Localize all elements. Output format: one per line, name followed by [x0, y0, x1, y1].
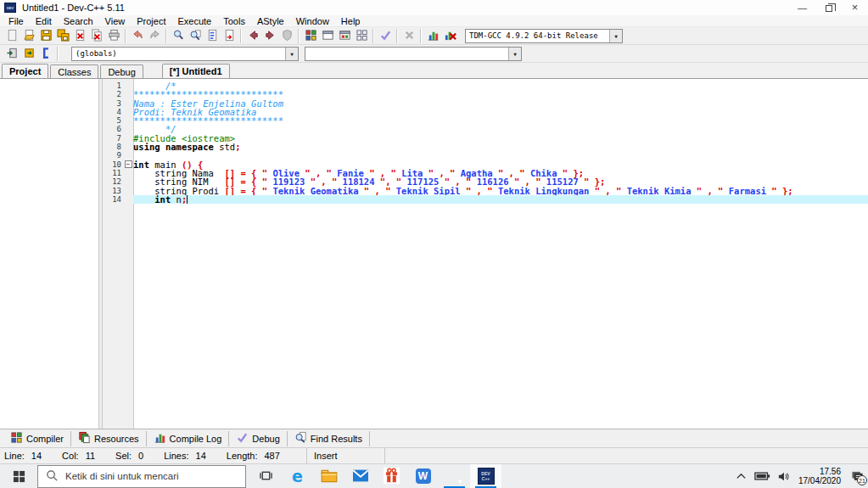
tray-chevron-up-icon[interactable] [731, 464, 751, 488]
compiler-combo-value: TDM-GCC 4.9.2 64-bit Release [469, 31, 598, 40]
speaker-icon[interactable] [774, 464, 793, 488]
taskbar-app-mail[interactable] [344, 464, 376, 488]
line-number: 9 [103, 151, 123, 160]
gift-icon [384, 468, 400, 485]
toolbar-separator [240, 29, 242, 43]
chevron-down-icon[interactable]: ▼ [285, 48, 298, 60]
undo-button[interactable] [129, 28, 146, 44]
compile-run-button[interactable] [336, 28, 353, 44]
redo-button[interactable] [146, 28, 163, 44]
globals-combo[interactable]: (globals)▼ [71, 47, 299, 61]
chevron-down-icon[interactable]: ▼ [508, 48, 521, 60]
taskbar-app-gift[interactable] [376, 464, 407, 488]
report-tab-resources[interactable]: Resources [71, 431, 147, 446]
resources-sheets-icon [78, 431, 91, 446]
members-combo[interactable]: ▼ [305, 47, 522, 61]
taskbar-app-edge[interactable]: e [282, 464, 313, 488]
print-button[interactable] [105, 28, 122, 44]
report-tab-label: Compile Log [170, 434, 222, 444]
report-tab-compiler[interactable]: Compiler [3, 431, 71, 446]
menu-item-help[interactable]: Help [335, 16, 367, 26]
find-button[interactable] [170, 28, 187, 44]
restore-button[interactable] [815, 0, 842, 15]
profile-icon [427, 29, 440, 43]
menu-item-astyle[interactable]: AStyle [251, 16, 290, 26]
close-file-button[interactable] [71, 28, 88, 44]
taskbar-app-dev-cpp[interactable]: DEVC++ [470, 464, 501, 488]
close-button[interactable]: × [842, 0, 868, 15]
app-icon: DEV [4, 3, 16, 13]
panel-tab-project[interactable]: Project [2, 64, 48, 78]
abort-button[interactable] [400, 28, 417, 44]
redo-icon [148, 29, 161, 43]
rebuild-all-button[interactable] [353, 28, 370, 44]
report-tab-find-results[interactable]: Find Results [288, 431, 370, 446]
status-label: Col: [62, 451, 79, 461]
compiler-combo[interactable]: TDM-GCC 4.9.2 64-bit Release▼ [465, 29, 623, 43]
mail-icon [352, 468, 369, 485]
status-bar: Line:14Col:11Sel:0Lines:14Length:487 Ins… [0, 447, 868, 463]
syntax-check-button[interactable] [377, 28, 394, 44]
close-all-button[interactable] [88, 28, 105, 44]
replace-button[interactable] [204, 28, 221, 44]
new-file-button[interactable] [3, 28, 20, 44]
find-doc-icon [294, 431, 307, 446]
report-tab-debug[interactable]: Debug [229, 431, 287, 446]
taskbar-clock[interactable]: 17.56 17/04/2020 [793, 467, 846, 485]
menu-item-search[interactable]: Search [58, 16, 99, 26]
taskbar-app-chrome[interactable] [439, 464, 470, 488]
menu-item-tools[interactable]: Tools [217, 16, 251, 26]
tab-strip: ProjectClassesDebug[*] Untitled1 [0, 63, 868, 78]
chevron-down-icon[interactable]: ▼ [609, 30, 622, 42]
report-tab-compile-log[interactable]: Compile Log [147, 431, 230, 446]
notification-icon[interactable]: 21 [846, 464, 868, 488]
taskbar-search[interactable]: Ketik di sini untuk mencari [37, 465, 246, 488]
menu-item-window[interactable]: Window [290, 16, 335, 26]
taskbar-app-wps-office[interactable]: W [407, 464, 439, 488]
start-button[interactable] [0, 464, 37, 488]
goto-line-icon [223, 29, 236, 43]
toolbar-separator [298, 29, 300, 43]
shield-button[interactable] [278, 28, 295, 44]
fold-marker-icon[interactable]: − [125, 160, 132, 168]
save-button[interactable] [37, 28, 54, 44]
menu-item-edit[interactable]: Edit [30, 16, 58, 26]
profile-button[interactable] [424, 28, 441, 44]
insert-icon [6, 47, 19, 61]
goto-line-button[interactable] [221, 28, 238, 44]
open-file-button[interactable] [20, 28, 37, 44]
battery-icon[interactable] [751, 464, 774, 488]
save-all-button[interactable] [54, 28, 71, 44]
goto-bookmarks-icon [40, 47, 53, 61]
menu-item-execute[interactable]: Execute [171, 16, 217, 26]
menu-item-view[interactable]: View [99, 16, 132, 26]
taskbar-app-task-view[interactable] [250, 464, 282, 488]
find-in-files-button[interactable] [187, 28, 204, 44]
status-insert-mode: Insert [307, 448, 385, 463]
minimize-button[interactable]: — [789, 0, 815, 15]
panel-tab-classes[interactable]: Classes [50, 65, 98, 78]
goto-bookmarks-button[interactable] [37, 46, 54, 62]
main-area: 1 /*2****************************3Nama :… [0, 78, 868, 429]
compile-button[interactable] [302, 28, 319, 44]
report-tab-label: Compiler [26, 434, 64, 444]
editor-tab-untitled1[interactable]: [*] Untitled1 [162, 64, 230, 78]
line-number: 3 [103, 99, 123, 108]
edge-icon: e [292, 468, 303, 484]
line-number: 6 [103, 125, 123, 133]
panel-tab-debug[interactable]: Debug [100, 65, 143, 78]
forward-button[interactable] [261, 28, 278, 44]
toolbar-main: TDM-GCC 4.9.2 64-bit Release▼ [0, 27, 868, 45]
back-button[interactable] [244, 28, 261, 44]
search-placeholder: Ketik di sini untuk mencari [65, 471, 179, 481]
status-fields: Line:14Col:11Sel:0Lines:14Length:487 [0, 448, 307, 463]
code-editor[interactable]: 1 /*2****************************3Nama :… [103, 79, 868, 429]
menu-item-project[interactable]: Project [131, 16, 171, 26]
taskbar-app-file-explorer[interactable] [313, 464, 344, 488]
insert-button[interactable] [3, 46, 20, 62]
delete-profile-button[interactable] [441, 28, 458, 44]
menu-item-file[interactable]: File [3, 16, 30, 26]
globals-combo-value: (globals) [76, 49, 117, 58]
run-button[interactable] [319, 28, 336, 44]
toggle-bookmarks-button[interactable] [20, 46, 37, 62]
